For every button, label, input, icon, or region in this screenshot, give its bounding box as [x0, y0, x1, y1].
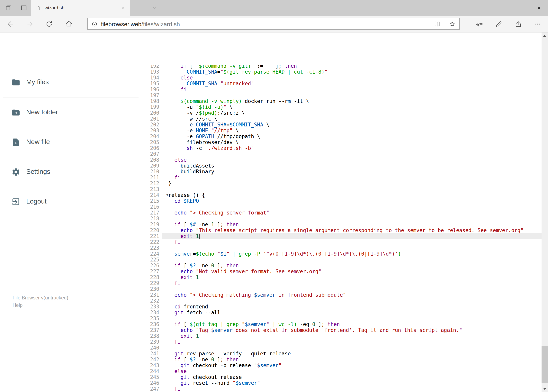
code-text[interactable]: COMMIT_SHA="$(git rev-parse HEAD | cut -…	[162, 69, 541, 75]
code-text[interactable]: fi	[162, 386, 541, 392]
code-line[interactable]: 197	[142, 92, 541, 98]
tab-close-icon[interactable]	[118, 4, 126, 12]
code-line[interactable]: 203 -e HOME="//tmp" \	[142, 128, 541, 133]
code-line[interactable]: 237 echo "Tag $semver does not exist in …	[142, 327, 541, 333]
new-tab-button[interactable]	[134, 3, 144, 13]
sidebar-item-my-files[interactable]: My files	[0, 71, 142, 93]
code-text[interactable]: echo "Tag $semver does not exist in subm…	[162, 327, 541, 333]
code-line[interactable]: 233 cd frontend	[142, 304, 541, 310]
code-line[interactable]: 206 sh -c "./wizard.sh -b"	[142, 145, 541, 151]
sidebar-item-settings[interactable]: Settings	[0, 161, 142, 183]
refresh-button[interactable]	[42, 17, 55, 30]
home-button[interactable]	[62, 17, 76, 30]
code-line[interactable]: 199 -u "$(id -u)" \	[142, 104, 541, 110]
code-editor[interactable]: 192 if [ "$(command -v git)" != "" ]; th…	[142, 65, 541, 392]
code-text[interactable]: fi	[162, 339, 541, 345]
code-line[interactable]: 242 if [ $? -ne 0 ]; then	[142, 357, 541, 363]
code-text[interactable]: if [ $# -ne 1 ]; then	[162, 222, 541, 227]
back-button[interactable]	[4, 17, 17, 30]
code-line[interactable]: 222 fi	[142, 239, 541, 245]
code-line[interactable]: 218	[142, 216, 541, 222]
code-text[interactable]: release () {	[162, 192, 541, 198]
code-text[interactable]	[162, 216, 541, 222]
code-text[interactable]: if [ $(git tag | grep "$semver" | wc -l)…	[162, 321, 541, 327]
scroll-down-arrow-icon[interactable]	[541, 385, 548, 392]
code-line[interactable]: 236 if [ $(git tag | grep "$semver" | wc…	[142, 321, 541, 327]
code-text[interactable]: git fetch --all	[162, 310, 541, 315]
code-text[interactable]: git checkout -b release "$semver"	[162, 363, 541, 368]
code-line[interactable]: 208 else	[142, 157, 541, 163]
code-text[interactable]: filebrowser/dev \	[162, 139, 541, 145]
code-text[interactable]: exit 1	[162, 333, 541, 339]
code-text[interactable]: echo "This release script requires a sin…	[162, 227, 541, 233]
code-line[interactable]: 217 echo "> Checking semver format"	[142, 210, 541, 216]
code-line[interactable]: 234 git fetch --all	[142, 310, 541, 315]
code-line[interactable]: 200 -v /$(pwd):/src:z \	[142, 110, 541, 116]
site-info-icon[interactable]	[88, 21, 101, 27]
code-text[interactable]: echo "Not valid semver format. See semve…	[162, 268, 541, 274]
code-text[interactable]: -v /$(pwd):/src:z \	[162, 110, 541, 116]
code-line[interactable]: 223	[142, 245, 541, 251]
hub-favorites-icon[interactable]	[473, 17, 486, 30]
code-line[interactable]: 204 -e GOPATH=//tmp/gopath \	[142, 133, 541, 139]
share-icon[interactable]	[511, 17, 525, 30]
code-line[interactable]: 229 fi	[142, 280, 541, 286]
code-text[interactable]: if [ $? -ne 0 ]; then	[162, 357, 541, 363]
code-line[interactable]: 231 echo "> Checking matching $semver in…	[142, 292, 541, 298]
code-line[interactable]: 207	[142, 151, 541, 157]
code-text[interactable]: git reset --hard "$semver"	[162, 380, 541, 386]
code-text[interactable]	[162, 186, 541, 192]
more-options-icon[interactable]	[531, 17, 544, 30]
help-link[interactable]: Help	[13, 302, 68, 309]
code-line[interactable]: 201 -w //src \	[142, 116, 541, 122]
code-text[interactable]	[162, 92, 541, 98]
code-line[interactable]: 238 exit 1	[142, 333, 541, 339]
code-text[interactable]: cd $REPO	[162, 198, 541, 204]
code-line[interactable]: 194 else	[142, 75, 541, 81]
code-line[interactable]: 202 -e COMMIT_SHA=$COMMIT_SHA \	[142, 122, 541, 128]
code-text[interactable]: echo "> Checking matching $semver in fro…	[162, 292, 541, 298]
code-line[interactable]: 192 if [ "$(command -v git)" != "" ]; th…	[142, 65, 541, 69]
code-text[interactable]	[162, 257, 541, 263]
code-text[interactable]	[162, 345, 541, 351]
code-text[interactable]: else	[162, 75, 541, 81]
code-text[interactable]: fi	[162, 239, 541, 245]
code-text[interactable]: if [ $? -ne 0 ]; then	[162, 263, 541, 268]
address-bar[interactable]: filebrowser.web/files/wizard.sh	[87, 18, 460, 30]
code-text[interactable]: git checkout release	[162, 374, 541, 380]
code-line[interactable]: 245 git checkout release	[142, 374, 541, 380]
code-text[interactable]	[162, 245, 541, 251]
code-text[interactable]: else	[162, 157, 541, 163]
url-text[interactable]: filebrowser.web/files/wizard.sh	[101, 21, 430, 27]
close-button[interactable]	[530, 0, 548, 16]
code-text[interactable]	[162, 204, 541, 210]
code-line[interactable]: 198 $(command -v winpty) docker run --rm…	[142, 98, 541, 104]
code-line[interactable]: 226 if [ $? -ne 0 ]; then	[142, 263, 541, 268]
sidebar-item-new-file[interactable]: New file	[0, 131, 142, 153]
code-line[interactable]: 224 semver=$(echo "$1" | grep -P '^v(0|[…	[142, 251, 541, 257]
code-line[interactable]: 219 if [ $# -ne 1 ]; then	[142, 222, 541, 227]
code-line[interactable]: 244 else	[142, 368, 541, 374]
forward-button[interactable]	[23, 17, 36, 30]
code-text[interactable]	[162, 298, 541, 304]
code-text[interactable]: echo "> Checking semver format"	[162, 210, 541, 216]
code-text[interactable]: semver=$(echo "$1" | grep -P '^v(0|[1-9]…	[162, 251, 541, 257]
code-line[interactable]: 239 fi	[142, 339, 541, 345]
code-text[interactable]: COMMIT_SHA="untracked"	[162, 81, 541, 86]
code-text[interactable]: -w //src \	[162, 116, 541, 122]
code-line[interactable]: 240	[142, 345, 541, 351]
scrollbar-thumb[interactable]	[541, 346, 548, 383]
code-text[interactable]: cd frontend	[162, 304, 541, 310]
code-line[interactable]: 221 exit 1	[142, 233, 541, 239]
code-line[interactable]: 205 filebrowser/dev \	[142, 139, 541, 145]
sidebar-item-new-folder[interactable]: New folder	[0, 101, 142, 123]
maximize-button[interactable]	[512, 0, 530, 16]
minimize-button[interactable]	[494, 0, 512, 16]
sidebar-item-logout[interactable]: Logout	[0, 191, 142, 213]
code-line[interactable]: 216	[142, 204, 541, 210]
code-text[interactable]: -e COMMIT_SHA=$COMMIT_SHA \	[162, 122, 541, 128]
reading-view-icon[interactable]	[430, 20, 444, 28]
scroll-up-arrow-icon[interactable]	[541, 33, 548, 39]
code-text[interactable]: -u "$(id -u)" \	[162, 104, 541, 110]
code-line[interactable]: 215 cd $REPO	[142, 198, 541, 204]
